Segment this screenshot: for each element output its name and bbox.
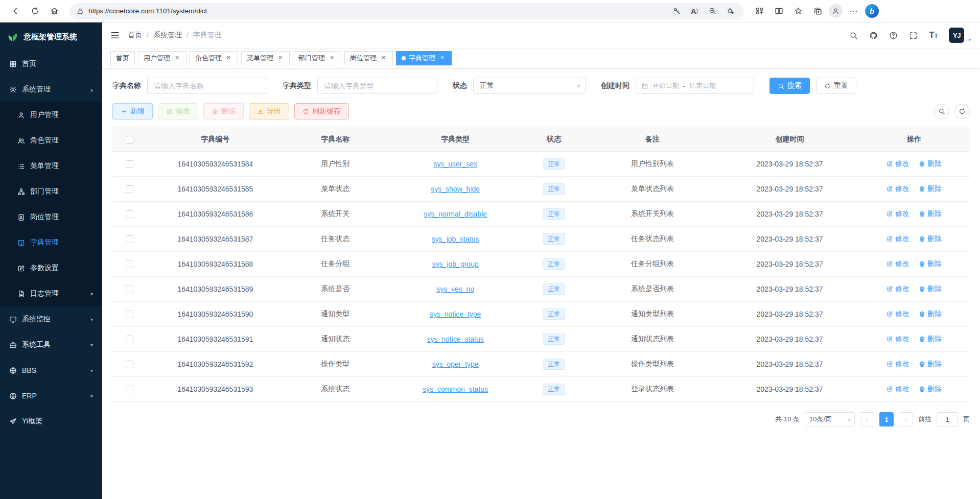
sidebar-item-system-monitor[interactable]: 系统监控▾ [0,306,102,332]
sidebar-item-home[interactable]: 首页 [0,51,102,77]
row-edit-link[interactable]: 修改 [886,284,909,294]
sidebar-item-user-mgmt[interactable]: 用户管理 [0,102,102,128]
close-icon[interactable]: × [328,54,336,62]
dict-type-link[interactable]: sys_notice_status [427,335,484,343]
sidebar-toggle-icon[interactable] [102,22,128,48]
sidebar-item-system-tools[interactable]: 系统工具▾ [0,332,102,358]
row-checkbox[interactable] [126,286,133,293]
user-avatar[interactable]: YJ [949,28,964,43]
sidebar-item-param-settings[interactable]: 参数设置 [0,255,102,281]
delete-button[interactable]: 删除 [203,103,244,120]
row-edit-link[interactable]: 修改 [886,234,909,244]
address-bar[interactable]: https://ccnetcore.com:1101/system/dict A… [69,3,744,19]
close-icon[interactable]: × [380,54,387,62]
sidebar-item-post-mgmt[interactable]: 岗位管理 [0,204,102,230]
row-delete-link[interactable]: 删除 [919,184,942,194]
dict-type-input[interactable] [317,78,437,94]
row-checkbox[interactable] [126,185,133,193]
edit-button[interactable]: 修改 [158,103,198,120]
row-delete-link[interactable]: 删除 [919,234,942,244]
font-size-icon[interactable]: TT [929,30,938,40]
row-checkbox[interactable] [126,361,133,368]
refresh-table-button[interactable] [954,104,970,119]
row-edit-link[interactable]: 修改 [886,385,909,394]
header-search-icon[interactable] [849,31,858,40]
tab-dict-mgmt[interactable]: 字典管理× [396,51,452,65]
extensions-icon[interactable] [751,4,767,19]
dict-name-input[interactable] [147,78,267,94]
breadcrumb-system-mgmt[interactable]: 系统管理 [153,31,182,40]
row-delete-link[interactable]: 删除 [919,385,942,394]
search-button[interactable]: 搜索 [769,78,810,94]
prev-page-button[interactable] [860,412,874,426]
profile-avatar[interactable] [829,4,843,18]
row-checkbox[interactable] [126,386,133,393]
close-icon[interactable]: × [225,54,232,62]
dict-type-link[interactable]: sys_show_hide [431,185,480,193]
dict-type-link[interactable]: sys_normal_disable [424,210,487,218]
row-checkbox[interactable] [126,160,133,168]
sidebar-item-dept-mgmt[interactable]: 部门管理 [0,179,102,204]
row-checkbox[interactable] [126,235,133,243]
sidebar-item-erp[interactable]: ERP▾ [0,383,102,409]
sidebar-item-log-mgmt[interactable]: 日志管理▾ [0,281,102,306]
goto-page-input[interactable] [937,412,958,426]
browser-menu-icon[interactable]: ⋯ [846,4,862,19]
home-icon[interactable] [46,4,62,19]
help-icon[interactable] [889,31,898,40]
dict-type-link[interactable]: sys_yes_no [436,285,474,293]
fullscreen-icon[interactable] [909,31,918,40]
row-delete-link[interactable]: 删除 [919,284,942,294]
page-size-select[interactable]: 10条/页 ▾ [805,412,855,426]
tab-post-mgmt[interactable]: 岗位管理× [344,51,393,65]
refresh-cache-button[interactable]: 刷新缓存 [294,103,349,120]
row-edit-link[interactable]: 修改 [886,159,909,169]
dict-type-link[interactable]: sys_common_status [423,385,488,393]
select-all-checkbox[interactable] [126,136,133,144]
row-delete-link[interactable]: 删除 [919,360,942,369]
row-delete-link[interactable]: 删除 [919,310,942,319]
date-range-picker[interactable]: 开始日期 - 结束日期 [636,78,754,94]
sidebar-item-yi-framework[interactable]: Yi框架 [0,409,102,434]
current-page-button[interactable]: 1 [879,412,894,426]
github-icon[interactable] [869,31,878,40]
toggle-search-button[interactable] [934,104,949,119]
zoom-out-icon[interactable] [706,5,719,18]
close-icon[interactable]: × [173,54,181,62]
favorites-icon[interactable] [790,4,806,19]
row-edit-link[interactable]: 修改 [886,360,909,369]
row-edit-link[interactable]: 修改 [886,209,909,219]
export-button[interactable]: 导出 [249,103,289,120]
dict-type-link[interactable]: sys_job_group [432,260,479,268]
row-edit-link[interactable]: 修改 [886,259,909,269]
sidebar-item-menu-mgmt[interactable]: 菜单管理 [0,153,102,179]
read-aloud-icon[interactable]: A) [688,5,701,18]
close-icon[interactable]: × [276,54,284,62]
row-checkbox[interactable] [126,311,133,318]
dict-type-link[interactable]: sys_notice_type [430,310,481,318]
tab-menu-mgmt[interactable]: 菜单管理× [241,51,290,65]
dict-type-link[interactable]: sys_job_status [432,235,479,243]
sidebar-item-bbs[interactable]: BBS▾ [0,358,102,383]
status-select[interactable]: 正常 ▾ [473,78,586,94]
back-icon[interactable] [7,4,24,19]
reset-button[interactable]: 重置 [816,78,856,94]
row-checkbox[interactable] [126,210,133,218]
close-icon[interactable]: × [438,54,446,62]
dict-type-link[interactable]: sys_user_sex [433,160,477,168]
row-delete-link[interactable]: 删除 [919,335,942,344]
add-favorite-icon[interactable] [724,5,737,18]
row-checkbox[interactable] [126,336,133,343]
tab-role-mgmt[interactable]: 角色管理× [190,51,238,65]
row-delete-link[interactable]: 删除 [919,209,942,219]
dict-type-link[interactable]: sys_oper_type [432,360,479,368]
row-edit-link[interactable]: 修改 [886,335,909,344]
row-checkbox[interactable] [126,260,133,268]
sidebar-item-dict-mgmt[interactable]: 字典管理 [0,230,102,255]
row-edit-link[interactable]: 修改 [886,310,909,319]
reload-icon[interactable] [27,4,43,19]
sidebar-item-system-mgmt[interactable]: 系统管理 ▴ [0,77,102,102]
row-delete-link[interactable]: 删除 [919,259,942,269]
split-screen-icon[interactable] [771,4,787,19]
breadcrumb-home[interactable]: 首页 [128,31,142,40]
